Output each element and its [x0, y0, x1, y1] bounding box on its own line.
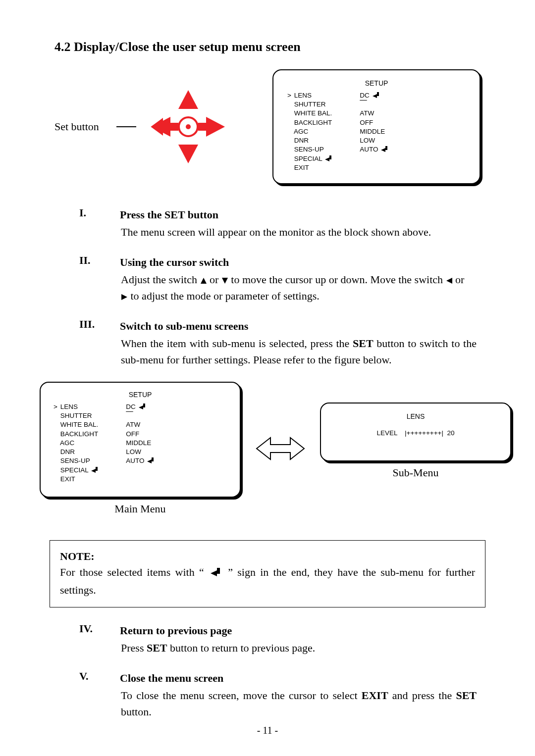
page-number: - 11 -: [0, 725, 535, 736]
osd-menu-value: [360, 100, 388, 109]
svg-rect-20: [143, 403, 145, 407]
osd-menu-value: OFF: [126, 430, 154, 439]
step-5: V. Close the menu screen To close the me…: [79, 670, 481, 720]
osd-submenu: LENS LEVEL |+++++++++| 20: [320, 403, 511, 461]
osd-menu-item: SENS-UP: [287, 145, 332, 154]
svg-marker-19: [91, 469, 96, 473]
two-way-arrow-icon: [256, 434, 305, 463]
enter-icon: [211, 566, 221, 582]
sub-menu-caption: Sub-Menu: [393, 466, 439, 479]
set-button-caption: Set button: [54, 120, 99, 133]
step-4: IV. Return to previous page Press SET bu…: [79, 622, 481, 656]
left-triangle-icon: [446, 277, 453, 284]
osd-title: SETUP: [287, 79, 466, 87]
osd-menu-value: DC: [360, 91, 388, 100]
note-text: For those selected items with “ ” sign i…: [60, 564, 475, 598]
osd-menu-item: > LENS: [54, 403, 98, 411]
svg-marker-1: [178, 145, 198, 163]
note-title: NOTE:: [60, 549, 475, 564]
step-title: Press the SET button: [120, 206, 477, 223]
svg-marker-15: [222, 278, 228, 284]
note-box: NOTE: For those selected items with “ ” …: [50, 540, 485, 607]
step-number: V.: [79, 670, 118, 683]
osd-menu-value: AUTO: [360, 145, 388, 154]
leader-line: [116, 126, 136, 127]
svg-marker-0: [178, 90, 198, 109]
osd-menu-item: SPECIAL: [287, 154, 332, 163]
svg-marker-21: [139, 405, 143, 409]
up-triangle-icon: [200, 277, 207, 284]
step-number: I.: [79, 206, 118, 219]
steps-list-2: IV. Return to previous page Press SET bu…: [54, 622, 481, 720]
svg-point-7: [186, 124, 191, 129]
svg-rect-18: [96, 467, 98, 471]
osd-menu-item: DNR: [54, 448, 98, 456]
joystick-icon: [149, 87, 228, 166]
osd-menu-item: WHITE BAL.: [287, 109, 332, 118]
down-triangle-icon: [221, 277, 228, 284]
svg-rect-12: [385, 146, 387, 150]
step-title: Return to previous page: [120, 622, 477, 639]
level-bar: |+++++++++|: [405, 429, 443, 437]
top-figure-row: Set button SETUP > LENS SHUTTER WHITE BA…: [54, 69, 481, 184]
osd-menu-item: BACKLIGHT: [287, 118, 332, 127]
osd-menu-item: SHUTTER: [287, 100, 332, 109]
osd-main-mid: SETUP > LENS SHUTTER WHITE BAL. BACKLIGH…: [40, 382, 241, 498]
svg-marker-13: [381, 148, 385, 152]
osd-left-col: > LENS SHUTTER WHITE BAL. BACKLIGHT AGC …: [54, 403, 98, 484]
osd-menu-item: AGC: [54, 439, 98, 448]
step-title: Close the menu screen: [120, 670, 477, 686]
svg-rect-8: [329, 155, 331, 159]
osd-menu-item: WHITE BAL.: [54, 420, 98, 429]
main-menu-caption: Main Menu: [114, 503, 165, 515]
osd-menu-item: BACKLIGHT: [54, 430, 98, 439]
step-text: To close the menu screen, move the curso…: [120, 687, 477, 720]
step-number: IV.: [79, 622, 118, 635]
svg-marker-11: [373, 94, 377, 98]
osd-menu-value: ATW: [360, 109, 388, 118]
step-title: Using the cursor switch: [120, 254, 477, 270]
osd-title: SETUP: [54, 391, 227, 399]
svg-rect-25: [217, 568, 220, 574]
svg-marker-26: [211, 570, 217, 576]
svg-marker-9: [325, 157, 329, 161]
step-title: Switch to sub-menu screens: [120, 318, 477, 334]
osd-menu-value: [126, 411, 154, 420]
osd-menu-value: MIDDLE: [360, 127, 388, 136]
osd-menu-value: DC: [126, 403, 154, 411]
osd-menu-item: EXIT: [54, 475, 98, 484]
osd-right-col: DC ATWOFFMIDDLELOWAUTO: [126, 403, 154, 484]
svg-marker-17: [121, 294, 127, 300]
step-3: III. Switch to sub-menu screens When the…: [79, 318, 481, 368]
step-2: II. Using the cursor switch Adjust the s…: [79, 254, 481, 304]
step-text: Adjust the switch or to move the cursor …: [120, 271, 477, 304]
step-text: The menu screen will appear on the monit…: [120, 224, 477, 240]
svg-marker-14: [201, 278, 207, 284]
osd-menu-value: ATW: [126, 420, 154, 429]
osd-menu-value: LOW: [126, 448, 154, 456]
osd-menu-item: > LENS: [287, 91, 332, 100]
osd-menu-item: SHUTTER: [54, 411, 98, 420]
osd-menu-item: DNR: [287, 136, 332, 145]
svg-marker-24: [257, 438, 304, 459]
section-heading: 4.2 Display/Close the user setup menu sc…: [54, 40, 481, 54]
osd-sub-title: LENS: [334, 412, 497, 420]
svg-rect-22: [152, 457, 154, 461]
step-number: III.: [79, 318, 118, 331]
osd-left-col: > LENS SHUTTER WHITE BAL. BACKLIGHT AGC …: [287, 91, 332, 172]
level-value: 20: [447, 429, 455, 437]
svg-marker-23: [147, 459, 152, 463]
right-triangle-icon: [121, 294, 128, 301]
osd-menu-item: SPECIAL: [54, 466, 98, 475]
osd-menu-value: AUTO: [126, 456, 154, 465]
step-number: II.: [79, 254, 118, 267]
osd-menu-item: AGC: [287, 127, 332, 136]
svg-rect-5: [198, 123, 210, 131]
step-text: When the item with sub-menu is selected,…: [120, 335, 477, 368]
osd-menu-value: LOW: [360, 136, 388, 145]
level-label: LEVEL: [376, 429, 397, 437]
osd-menu-value: OFF: [360, 118, 388, 127]
svg-marker-16: [446, 278, 452, 284]
middle-figure-row: SETUP > LENS SHUTTER WHITE BAL. BACKLIGH…: [40, 382, 481, 515]
osd-menu-item: SENS-UP: [54, 456, 98, 465]
